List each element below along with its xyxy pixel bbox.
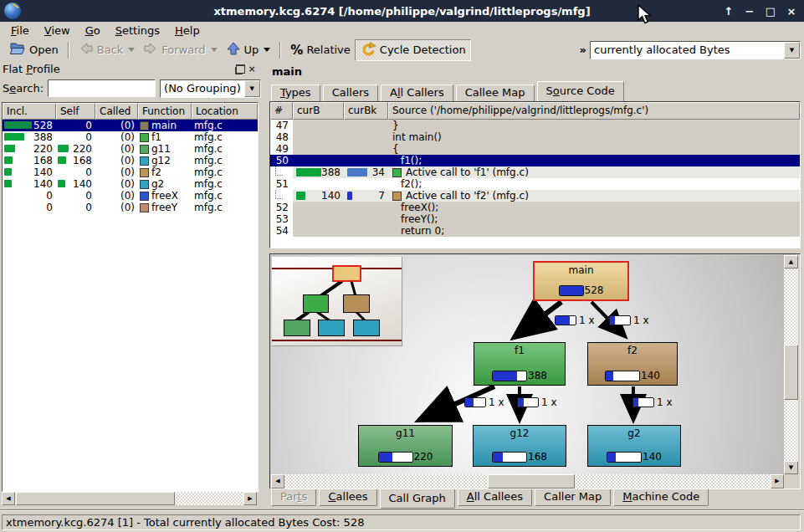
cost-bar: [605, 371, 640, 381]
forward-button[interactable]: Forward: [139, 40, 221, 60]
up-button[interactable]: Up: [222, 40, 275, 60]
menu-help[interactable]: Help: [167, 23, 207, 38]
menu-file[interactable]: File: [3, 23, 37, 38]
window-title: xtmemory.kcg.6274 [/home/philippe/valgri…: [0, 5, 804, 18]
graph-overview-map[interactable]: [272, 257, 402, 346]
menu-view[interactable]: View: [37, 23, 78, 38]
column-header-incl[interactable]: Incl.: [3, 103, 56, 120]
top-tab-bar: Types Callers All Callers Callee Map Sou…: [271, 82, 627, 101]
forward-arrow-icon: [143, 42, 158, 58]
column-header-function[interactable]: Function: [138, 103, 192, 120]
percent-icon: %: [290, 43, 303, 58]
grouping-combobox[interactable]: (No Grouping) ▼: [160, 79, 261, 98]
column-header-called[interactable]: Called: [95, 103, 138, 120]
source-line-selected[interactable]: 50f1();: [270, 155, 800, 166]
table-row[interactable]: 0 0 (0) freeY mfg.c: [3, 202, 258, 213]
source-line[interactable]: 54return 0;: [270, 225, 800, 237]
search-input[interactable]: [48, 79, 156, 97]
scrollbar-thumb[interactable]: [784, 345, 798, 400]
source-line[interactable]: 47}: [270, 120, 800, 131]
vertical-scrollbar[interactable]: ▲ ▼: [784, 255, 798, 474]
chevron-down-icon[interactable]: ▼: [244, 80, 260, 97]
table-row[interactable]: 220 220 (0) g11 mfg.c: [3, 143, 258, 155]
active-function-title: main: [272, 65, 302, 78]
cost-bar: [559, 285, 584, 296]
tab-machine-code[interactable]: Machine Code: [613, 489, 709, 506]
overview-node-g11: [284, 320, 310, 336]
column-header-source[interactable]: Source ('/home/philippe/valgrind/littlep…: [388, 102, 800, 120]
horizontal-scrollbar[interactable]: ◀ ▶: [2, 492, 257, 505]
column-header-curBk[interactable]: curBk: [344, 102, 388, 120]
edge-label: 1 x: [555, 315, 595, 326]
table-row[interactable]: 388 0 (0) f1 mfg.c: [3, 131, 258, 143]
minimize-button[interactable]: −: [742, 3, 757, 18]
back-button[interactable]: Back: [74, 40, 140, 60]
scroll-right-arrow[interactable]: ▶: [243, 492, 257, 505]
tree-branch-icon: [275, 190, 283, 199]
maximize-button[interactable]: □: [763, 3, 778, 18]
event-type-combobox[interactable]: currently allocated Bytes ▼: [590, 41, 801, 59]
toolbar-overflow-chevron[interactable]: »: [580, 43, 586, 56]
tab-types[interactable]: Types: [271, 84, 320, 101]
tab-callers[interactable]: Callers: [323, 84, 378, 101]
function-color-swatch: [140, 133, 149, 142]
cycle-detection-toggle-button[interactable]: Cycle Detection: [355, 39, 471, 61]
menu-go[interactable]: Go: [78, 23, 108, 38]
edge-label: 1 x: [464, 396, 504, 408]
open-button[interactable]: Open: [5, 40, 63, 60]
table-row[interactable]: 528 0 (0) main mfg.c: [3, 120, 258, 131]
cost-bar: [4, 133, 24, 141]
scroll-left-arrow[interactable]: ◀: [2, 492, 15, 505]
source-line[interactable]: 48int main(): [270, 131, 800, 143]
source-call-row[interactable]: 140 7 Active call to 'f2' (mfg.c): [270, 190, 800, 202]
cost-bar: [4, 168, 12, 176]
graph-node-main[interactable]: main 528: [533, 261, 629, 301]
call-graph-canvas[interactable]: main 528 f1 388 f2 140 g11 220 g12 168 g…: [271, 255, 784, 474]
graph-node-f1[interactable]: f1 388: [474, 342, 566, 386]
table-row[interactable]: 140 140 (0) g2 mfg.c: [3, 178, 258, 190]
tab-caller-map[interactable]: Caller Map: [535, 489, 611, 506]
source-line[interactable]: 53freeY();: [270, 213, 800, 225]
table-row[interactable]: 0 0 (0) freeX mfg.c: [3, 190, 258, 202]
column-header-location[interactable]: Location: [192, 103, 258, 120]
tab-source-code[interactable]: Source Code: [537, 81, 624, 101]
scrollbar-thumb[interactable]: [488, 474, 575, 489]
source-call-row[interactable]: 388 34 Active call to 'f1' (mfg.c): [270, 166, 800, 178]
relative-toggle-button[interactable]: % Relative: [286, 40, 354, 60]
graph-node-g12[interactable]: g12 168: [473, 425, 566, 467]
table-row[interactable]: 140 0 (0) f2 mfg.c: [3, 166, 258, 178]
tab-callees[interactable]: Callees: [319, 489, 376, 506]
graph-node-g11[interactable]: g11 220: [358, 425, 453, 467]
tab-all-callees[interactable]: All Callees: [458, 489, 532, 506]
toolbar-separator: [279, 42, 281, 59]
dock-float-button[interactable]: [234, 64, 246, 74]
source-line[interactable]: 49{: [270, 143, 800, 155]
scroll-down-arrow[interactable]: ▼: [784, 461, 798, 474]
tab-call-graph[interactable]: Call Graph: [380, 489, 455, 509]
function-color-swatch: [140, 121, 149, 130]
tab-callee-map[interactable]: Callee Map: [456, 84, 535, 101]
close-button[interactable]: ×: [784, 3, 799, 18]
shade-button[interactable]: ↑: [721, 3, 736, 18]
dock-close-button[interactable]: ×: [246, 64, 258, 74]
scrollbar-thumb[interactable]: [16, 492, 175, 505]
source-line[interactable]: 51f2();: [270, 178, 800, 190]
dock-title: Flat Profile: [3, 63, 60, 75]
column-header-self[interactable]: Self: [56, 103, 95, 120]
scroll-left-arrow[interactable]: ◀: [271, 474, 284, 489]
horizontal-scrollbar[interactable]: ◀ ▶: [271, 474, 784, 489]
chevron-down-icon[interactable]: ▼: [784, 42, 800, 59]
column-header-curB[interactable]: curB: [293, 102, 344, 120]
column-header-line[interactable]: #: [270, 102, 293, 120]
graph-node-g2[interactable]: g2 140: [587, 425, 681, 467]
graph-node-f2[interactable]: f2 140: [587, 342, 678, 386]
source-line[interactable]: 52freeX();: [270, 202, 800, 213]
scroll-right-arrow[interactable]: ▶: [771, 474, 784, 489]
edge-label: 1 x: [609, 315, 649, 326]
toolbar: Open Back Forward Up % Relative Cycle De…: [0, 39, 804, 60]
table-row[interactable]: 168 168 (0) g12 mfg.c: [3, 155, 258, 166]
menu-settings[interactable]: Settings: [108, 23, 167, 38]
tab-all-callers[interactable]: All Callers: [381, 84, 453, 101]
edge-label: 1 x: [517, 396, 557, 408]
scroll-up-arrow[interactable]: ▲: [784, 255, 798, 269]
